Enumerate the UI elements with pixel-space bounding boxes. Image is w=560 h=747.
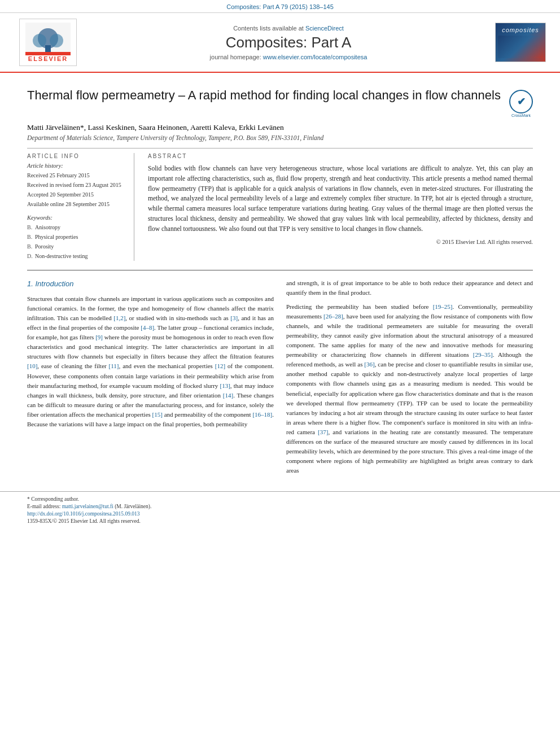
ref-link-12[interactable]: [12] bbox=[215, 362, 225, 369]
keyword-4-letter: D. bbox=[27, 251, 33, 261]
composites-logo: composites bbox=[495, 23, 546, 62]
journal-header: ELSEVIER Contents lists available at Sci… bbox=[0, 13, 560, 73]
issn-line: 1359-835X/© 2015 Elsevier Ltd. All right… bbox=[27, 518, 533, 524]
body-divider bbox=[27, 270, 533, 270]
keyword-3-letter: B. bbox=[27, 242, 33, 251]
authors-text: Matti Järveläinen*, Lassi Keskinen, Saar… bbox=[27, 123, 284, 132]
elsevier-logo: ELSEVIER bbox=[19, 19, 77, 66]
corresponding-author-text: * Corresponding author. bbox=[27, 496, 79, 502]
sciencedirect-prefix: Contents lists available at bbox=[233, 25, 305, 32]
body-col2-para2: Predicting the permeability has been stu… bbox=[286, 302, 533, 475]
received-date: Received 25 February 2015 bbox=[27, 171, 125, 180]
article-dates: Received 25 February 2015 Received in re… bbox=[27, 171, 125, 209]
info-abstract-row: ARTICLE INFO Article history: Received 2… bbox=[27, 153, 533, 261]
crossmark-badge[interactable]: ✔ CrossMark bbox=[509, 90, 533, 117]
keyword-4: D. Non-destructive testing bbox=[27, 251, 125, 261]
keyword-3-text: Porosity bbox=[35, 242, 54, 251]
ref-link-9[interactable]: [9] bbox=[95, 334, 103, 340]
elsevier-tree-icon bbox=[25, 23, 71, 55]
keyword-2: B. Physical properties bbox=[27, 232, 125, 242]
email-note: E-mail address: matti.jarvelainen@tut.fi… bbox=[27, 504, 533, 509]
section-1-heading: 1. Introduction bbox=[27, 278, 274, 290]
body-two-col: 1. Introduction Structures that contain … bbox=[27, 278, 533, 480]
email-label: E-mail address: bbox=[27, 504, 62, 509]
journal-title: Composites: Part A bbox=[226, 34, 352, 51]
composites-logo-image bbox=[498, 36, 543, 58]
crossmark-icon: ✔ bbox=[509, 90, 533, 113]
article-info-col: ARTICLE INFO Article history: Received 2… bbox=[27, 153, 134, 261]
article-title-section: Thermal flow permeametry – A rapid metho… bbox=[27, 88, 533, 117]
revised-date: Received in revised form 23 August 2015 bbox=[27, 180, 125, 190]
homepage-url[interactable]: www.elsevier.com/locate/compositesa bbox=[263, 54, 368, 60]
article-history-title: Article history: bbox=[27, 163, 125, 169]
ref-link-4-8[interactable]: [4–8] bbox=[141, 324, 154, 331]
ref-link-14[interactable]: [14] bbox=[223, 392, 233, 399]
ref-link-13[interactable]: [13] bbox=[220, 382, 230, 389]
abstract-text: Solid bodies with flow channels can have… bbox=[148, 164, 533, 234]
keyword-2-letter: B. bbox=[27, 232, 33, 242]
crossmark-label: CrossMark bbox=[509, 113, 533, 117]
main-content: Thermal flow permeametry – A rapid metho… bbox=[0, 73, 560, 491]
keyword-4-text: Non-destructive testing bbox=[35, 251, 88, 261]
homepage-prefix: journal homepage: bbox=[210, 54, 263, 60]
email-suffix: (M. Järveläinen). bbox=[113, 504, 152, 509]
journal-citation-bar: Composites: Part A 79 (2015) 138–145 bbox=[0, 0, 560, 13]
available-date: Available online 28 September 2015 bbox=[27, 199, 125, 209]
sciencedirect-line: Contents lists available at ScienceDirec… bbox=[233, 25, 344, 32]
ref-link-26-28[interactable]: [26–28] bbox=[323, 313, 343, 320]
article-title: Thermal flow permeametry – A rapid metho… bbox=[27, 88, 504, 104]
ref-link-19-25[interactable]: [19–25] bbox=[433, 303, 453, 310]
elsevier-wordmark: ELSEVIER bbox=[28, 55, 68, 62]
email-address[interactable]: matti.jarvelainen@tut.fi bbox=[62, 504, 113, 509]
svg-point-3 bbox=[33, 34, 46, 47]
body-col1-para1: Structures that contain flow channels ar… bbox=[27, 294, 274, 429]
svg-point-4 bbox=[50, 34, 63, 47]
keywords-list: B. Anisotropy B. Physical properties B. … bbox=[27, 222, 125, 261]
doi-line: http://dx.doi.org/10.1016/j.compositesa.… bbox=[27, 511, 533, 517]
keyword-1-letter: B. bbox=[27, 222, 33, 232]
keywords-title: Keywords: bbox=[27, 215, 125, 221]
article-info-title: ARTICLE INFO bbox=[27, 153, 125, 159]
keyword-3: B. Porosity bbox=[27, 242, 125, 251]
journal-header-center: Contents lists available at ScienceDirec… bbox=[90, 19, 487, 66]
abstract-title: ABSTRACT bbox=[148, 153, 533, 159]
divider-1 bbox=[27, 148, 533, 148]
body-col2-para1: and strength, it is of great importance … bbox=[286, 278, 533, 298]
body-col-right: and strength, it is of great importance … bbox=[286, 278, 533, 480]
ref-link-10[interactable]: [10] bbox=[27, 362, 37, 369]
crossmark-symbol: ✔ bbox=[517, 95, 526, 108]
composites-logo-area: composites bbox=[492, 19, 549, 66]
corresponding-author-note: * Corresponding author. bbox=[27, 496, 533, 502]
journal-citation-text: Composites: Part A 79 (2015) 138–145 bbox=[226, 3, 334, 10]
ref-link-16-18[interactable]: [16–18] bbox=[252, 411, 272, 418]
ref-link-29-35[interactable]: [29–35] bbox=[473, 351, 493, 358]
composites-logo-text: composites bbox=[502, 27, 539, 33]
ref-link-1-2[interactable]: [1,2] bbox=[113, 314, 125, 321]
keyword-1: B. Anisotropy bbox=[27, 222, 125, 232]
ref-link-36[interactable]: [36] bbox=[364, 361, 374, 368]
body-col-left: 1. Introduction Structures that contain … bbox=[27, 278, 274, 480]
footer-area: * Corresponding author. E-mail address: … bbox=[0, 491, 560, 527]
ref-link-15[interactable]: [15] bbox=[152, 411, 163, 418]
ref-link-11[interactable]: [11] bbox=[109, 362, 119, 369]
authors-line: Matti Järveläinen*, Lassi Keskinen, Saar… bbox=[27, 123, 533, 132]
keyword-1-text: Anisotropy bbox=[35, 222, 60, 232]
ref-link-37[interactable]: [37] bbox=[318, 429, 328, 435]
sciencedirect-link[interactable]: ScienceDirect bbox=[305, 25, 344, 32]
accepted-date: Accepted 20 September 2015 bbox=[27, 190, 125, 199]
page: Composites: Part A 79 (2015) 138–145 ELS… bbox=[0, 0, 560, 747]
copyright-line: © 2015 Elsevier Ltd. All rights reserved… bbox=[148, 239, 533, 245]
ref-link-3[interactable]: [3] bbox=[230, 314, 238, 321]
affiliation-line: Department of Materials Science, Tampere… bbox=[27, 134, 533, 141]
keyword-2-text: Physical properties bbox=[35, 232, 78, 242]
abstract-col: ABSTRACT Solid bodies with flow channels… bbox=[148, 153, 533, 261]
journal-homepage: journal homepage: www.elsevier.com/locat… bbox=[210, 54, 368, 60]
elsevier-logo-area: ELSEVIER bbox=[11, 19, 85, 66]
doi-link[interactable]: http://dx.doi.org/10.1016/j.compositesa.… bbox=[27, 511, 140, 517]
